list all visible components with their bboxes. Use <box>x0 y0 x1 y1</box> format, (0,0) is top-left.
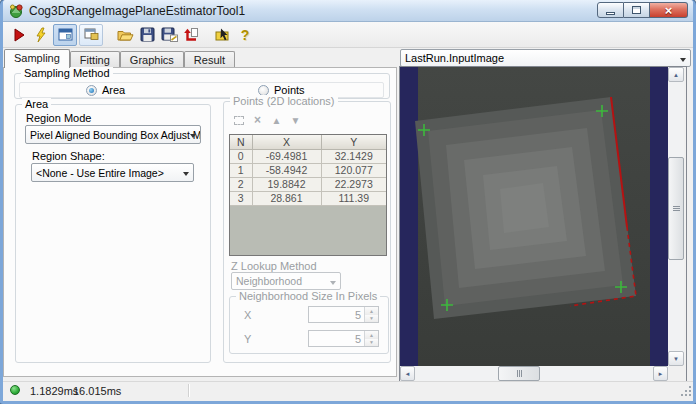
neighborhood-size-group-label: Neighborhood Size In Pixels <box>236 290 380 302</box>
sampling-method-group-label: Sampling Method <box>21 67 113 79</box>
close-icon: × <box>665 4 673 17</box>
run-icon <box>12 27 26 43</box>
resize-grip[interactable] <box>679 384 691 396</box>
right-outofrange-band <box>650 67 668 366</box>
z-lookup-value: Neighborhood <box>236 275 302 287</box>
arrow-up-icon: ▲ <box>272 115 282 126</box>
toolbar: ? <box>3 22 693 48</box>
table-cell: 0 <box>230 149 252 163</box>
spin-up-icon: ▲ <box>365 307 378 315</box>
arrow-up-icon: ▲ <box>673 72 679 78</box>
tab-result[interactable]: Result <box>184 51 235 68</box>
table-cell: 120.077 <box>321 163 386 177</box>
x-spinner: 5 ▲ ▼ <box>308 306 379 323</box>
save-file-button[interactable] <box>137 25 157 45</box>
region-shape-value: <None - Use Entire Image> <box>36 167 164 179</box>
add-point-icon <box>234 116 244 125</box>
titlebar[interactable]: Cog3DRangeImagePlaneEstimatorTool1 × <box>3 0 693 22</box>
horizontal-scroll-thumb[interactable] <box>498 366 540 381</box>
auto-run-button[interactable] <box>31 25 51 45</box>
radio-area-label: Area <box>102 84 125 96</box>
open-file-button[interactable] <box>115 25 135 45</box>
table-row: 0 -69.4981 32.1429 <box>230 149 386 163</box>
vertical-scroll-thumb[interactable] <box>668 157 684 260</box>
add-point-button <box>229 112 248 128</box>
spin-down-icon: ▼ <box>365 339 378 347</box>
scroll-up-button[interactable]: ▲ <box>668 67 684 82</box>
chevron-down-icon <box>190 134 196 138</box>
region-mode-combo[interactable]: Pixel Aligned Bounding Box Adjust Mask <box>25 125 201 144</box>
range-image-canvas <box>400 67 668 366</box>
save-as-button[interactable] <box>159 25 179 45</box>
table-cell: -69.4981 <box>252 149 321 163</box>
z-lookup-label: Z Lookup Method <box>231 260 317 272</box>
table-row: 1 -58.4942 120.077 <box>230 163 386 177</box>
col-y: Y <box>321 135 386 149</box>
display-source-value: LastRun.InputImage <box>405 52 504 64</box>
table-cell: -58.4942 <box>252 163 321 177</box>
thumb-grip <box>673 206 680 211</box>
tab-sampling[interactable]: Sampling <box>4 49 70 68</box>
save-icon <box>140 27 155 42</box>
table-cell: 32.1429 <box>321 149 386 163</box>
radio-area[interactable]: Area <box>86 84 125 96</box>
scroll-down-button[interactable]: ▼ <box>668 351 684 366</box>
status-total-time: 16.015ms <box>73 385 121 397</box>
y-spinner: 5 ▲ ▼ <box>308 330 379 347</box>
plane-surface <box>415 97 636 319</box>
import-button[interactable] <box>181 25 201 45</box>
show-image-display-button[interactable] <box>53 24 77 46</box>
points-table: N X Y 0 -69.4981 32.1429 1 - <box>229 134 387 256</box>
table-cell: 19.8842 <box>252 177 321 191</box>
neighborhood-size-group: Neighborhood Size In Pixels X 5 ▲ ▼ Y 5 … <box>229 296 389 354</box>
move-down-button: ▼ <box>286 112 305 128</box>
display-source-combo[interactable]: LastRun.InputImage <box>400 49 691 67</box>
y-spinner-value: 5 <box>309 331 364 346</box>
region-mode-value: Pixel Aligned Bounding Box Adjust Mask <box>30 129 201 141</box>
close-button[interactable]: × <box>650 2 688 18</box>
radio-points-circle-icon <box>258 85 269 96</box>
tab-graphics[interactable]: Graphics <box>120 51 184 68</box>
table-row: 3 28.861 111.39 <box>230 191 386 205</box>
y-label: Y <box>244 333 251 345</box>
scroll-left-button[interactable]: ◄ <box>400 366 415 381</box>
table-cell: 2 <box>230 177 252 191</box>
arrow-right-icon: ► <box>658 371 664 377</box>
floating-window-lock-icon <box>84 28 99 41</box>
delete-point-button: × <box>248 112 267 128</box>
tabstrip: Sampling Fitting Graphics Result <box>4 49 235 68</box>
window-title: Cog3DRangeImagePlaneEstimatorTool1 <box>29 4 245 18</box>
maximize-icon <box>632 6 641 14</box>
horizontal-scrollbar[interactable]: ◄ ► <box>400 366 668 381</box>
scroll-right-button[interactable]: ► <box>653 366 668 381</box>
lightning-icon <box>34 27 48 43</box>
minimize-button[interactable] <box>597 2 624 18</box>
spin-up-icon: ▲ <box>365 331 378 339</box>
run-button[interactable] <box>9 25 29 45</box>
left-outofrange-band <box>400 67 418 366</box>
region-shape-combo[interactable]: <None - Use Entire Image> <box>31 163 194 182</box>
z-lookup-combo: Neighborhood <box>231 272 341 290</box>
floating-editor-button[interactable] <box>79 24 103 46</box>
points-toolbar: × ▲ ▼ <box>229 112 305 128</box>
col-n: N <box>230 135 252 149</box>
radio-area-circle-icon <box>86 85 97 96</box>
image-display[interactable]: ▲ ▼ ◄ ► <box>399 66 687 382</box>
maximize-button[interactable] <box>624 2 650 18</box>
electric-params-button[interactable] <box>213 25 233 45</box>
save-as-icon <box>161 27 178 42</box>
arrow-down-icon: ▼ <box>673 356 679 362</box>
help-button[interactable]: ? <box>235 25 255 45</box>
thumb-grip <box>517 370 522 377</box>
vertical-scrollbar[interactable]: ▲ ▼ <box>668 67 684 366</box>
tab-fitting[interactable]: Fitting <box>70 51 120 68</box>
table-cell: 1 <box>230 163 252 177</box>
import-arrow-icon <box>183 27 199 42</box>
x-label: X <box>244 309 251 321</box>
statusbar: 1.1829ms 16.015ms <box>3 381 693 398</box>
spin-down-icon: ▼ <box>365 315 378 323</box>
tool-edit-window: Cog3DRangeImagePlaneEstimatorTool1 × <box>0 0 696 404</box>
range-image-view[interactable] <box>400 67 668 366</box>
status-indicator-icon <box>10 385 20 395</box>
minimize-icon <box>606 12 615 15</box>
